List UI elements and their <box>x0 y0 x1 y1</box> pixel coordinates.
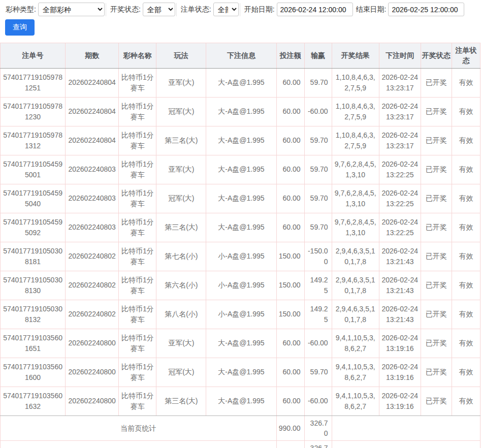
cell-order-id: 5740177191050308181 <box>1 242 66 271</box>
cell-lottery-name: 比特币1分赛车 <box>119 184 156 213</box>
cell-bet-info: 大-A盘@1.995 <box>206 126 276 155</box>
order-status-select[interactable]: 全部 <box>213 3 239 16</box>
cell-bet-amount: 60.00 <box>276 126 304 155</box>
summary-bet-amount: 990.00 <box>276 415 304 441</box>
filter-lottery-type: 彩种类型: 全部彩种 <box>3 3 105 16</box>
cell-draw-status: 已开奖 <box>421 300 452 329</box>
cell-play-type: 冠军(大) <box>156 184 206 213</box>
cell-order-status: 有效 <box>452 213 480 242</box>
table-row: 5740177191035601600202602240800比特币1分赛车冠军… <box>1 358 480 387</box>
col-header-order-status: 注单状态 <box>452 43 480 69</box>
cell-order-id: 5740177191035601632 <box>1 387 66 415</box>
summary-empty <box>332 441 480 448</box>
cell-order-id: 5740177191059781312 <box>1 126 66 155</box>
cell-bet-time: 2026-02-24 13:21:43 <box>379 242 421 271</box>
cell-order-status: 有效 <box>452 68 480 97</box>
cell-bet-time: 2026-02-24 13:23:17 <box>379 97 421 126</box>
table-row: 5740177191050308181202602240802比特币1分赛车第七… <box>1 242 480 271</box>
col-header-bet-time: 下注时间 <box>379 43 421 69</box>
cell-bet-amount: 150.00 <box>276 271 304 300</box>
cell-bet-time: 2026-02-24 13:22:25 <box>379 184 421 213</box>
cell-draw-result: 9,7,6,2,8,4,5,1,3,10 <box>332 184 379 213</box>
cell-draw-result: 1,10,8,4,6,3,2,7,5,9 <box>332 97 379 126</box>
cell-lottery-name: 比特币1分赛车 <box>119 358 156 387</box>
cell-draw-result: 1,10,8,4,6,3,2,7,5,9 <box>332 68 379 97</box>
filter-end-date: 结束日期: <box>353 3 465 16</box>
table-row: 5740177191059781312202602240804比特币1分赛车第三… <box>1 126 480 155</box>
cell-draw-status: 已开奖 <box>421 213 452 242</box>
filter-bar: 彩种类型: 全部彩种 开奖状态: 全部 注单状态: 全部 开始日期: 结束日期: <box>0 0 481 16</box>
query-button[interactable]: 查询 <box>5 19 35 36</box>
cell-win-loss: 59.70 <box>304 184 332 213</box>
cell-period: 202602240802 <box>66 300 119 329</box>
summary-win-loss: 326.70 <box>304 415 332 441</box>
cell-bet-info: 大-A盘@1.995 <box>206 68 276 97</box>
cell-period: 202602240803 <box>66 155 119 184</box>
col-header-order-id: 注单号 <box>1 43 66 69</box>
cell-draw-result: 9,7,6,2,8,4,5,1,3,10 <box>332 155 379 184</box>
cell-lottery-name: 比特币1分赛车 <box>119 97 156 126</box>
cell-lottery-name: 比特币1分赛车 <box>119 329 156 358</box>
filter-divider <box>176 3 177 16</box>
cell-bet-amount: 60.00 <box>276 68 304 97</box>
cell-order-id: 5740177191059781251 <box>1 68 66 97</box>
cell-lottery-name: 比特币1分赛车 <box>119 387 156 415</box>
cell-bet-amount: 60.00 <box>276 387 304 415</box>
cell-draw-result: 2,9,4,6,3,5,10,1,7,8 <box>332 300 379 329</box>
cell-order-status: 有效 <box>452 126 480 155</box>
cell-bet-time: 2026-02-24 13:21:43 <box>379 271 421 300</box>
cell-period: 202602240802 <box>66 271 119 300</box>
cell-play-type: 冠军(大) <box>156 358 206 387</box>
summary-empty <box>332 415 480 441</box>
cell-order-id: 5740177191054595040 <box>1 184 66 213</box>
cell-period: 202602240802 <box>66 242 119 271</box>
cell-lottery-name: 比特币1分赛车 <box>119 300 156 329</box>
action-bar: 查询 <box>0 16 481 36</box>
table-header: 注单号 期数 彩种名称 玩法 下注信息 投注额 输赢 开奖结果 下注时间 开奖状… <box>1 43 480 69</box>
cell-bet-time: 2026-02-24 13:22:25 <box>379 155 421 184</box>
table-footer: 当前页统计 990.00 326.70 总统计 990.00 326.70 <box>1 415 480 448</box>
cell-bet-info: 大-A盘@1.995 <box>206 155 276 184</box>
cell-bet-time: 2026-02-24 13:19:16 <box>379 387 421 415</box>
summary-win-loss: 326.70 <box>304 441 332 448</box>
cell-order-id: 5740177191059781230 <box>1 97 66 126</box>
cell-order-id: 5740177191054595001 <box>1 155 66 184</box>
cell-win-loss: 59.70 <box>304 213 332 242</box>
cell-period: 202602240804 <box>66 68 119 97</box>
end-date-input[interactable] <box>388 3 464 16</box>
cell-draw-status: 已开奖 <box>421 387 452 415</box>
cell-draw-result: 9,4,1,10,5,3,8,6,2,7 <box>332 329 379 358</box>
table-row: 5740177191054595092202602240803比特币1分赛车第三… <box>1 213 480 242</box>
cell-draw-status: 已开奖 <box>421 358 452 387</box>
cell-win-loss: 149.25 <box>304 271 332 300</box>
cell-win-loss: -60.00 <box>304 97 332 126</box>
cell-order-status: 有效 <box>452 358 480 387</box>
table-row: 5740177191059781230202602240804比特币1分赛车冠军… <box>1 97 480 126</box>
cell-draw-result: 1,10,8,4,6,3,2,7,5,9 <box>332 126 379 155</box>
cell-order-id: 5740177191050308132 <box>1 300 66 329</box>
cell-win-loss: -60.00 <box>304 329 332 358</box>
cell-lottery-name: 比特币1分赛车 <box>119 155 156 184</box>
cell-period: 202602240804 <box>66 97 119 126</box>
start-date-input[interactable] <box>277 3 353 16</box>
cell-period: 202602240804 <box>66 126 119 155</box>
cell-period: 202602240803 <box>66 213 119 242</box>
cell-draw-status: 已开奖 <box>421 329 452 358</box>
cell-order-id: 5740177191054595092 <box>1 213 66 242</box>
cell-bet-amount: 60.00 <box>276 329 304 358</box>
cell-draw-status: 已开奖 <box>421 271 452 300</box>
table-row: 5740177191035601632202602240800比特币1分赛车第三… <box>1 387 480 415</box>
lottery-type-select[interactable]: 全部彩种 <box>38 3 105 16</box>
cell-period: 202602240800 <box>66 387 119 415</box>
filter-order-status: 注单状态: 全部 <box>178 3 239 16</box>
cell-play-type: 第三名(大) <box>156 126 206 155</box>
draw-status-select[interactable]: 全部 <box>143 3 175 16</box>
cell-bet-info: 小-A盘@1.995 <box>206 242 276 271</box>
cell-bet-time: 2026-02-24 13:23:17 <box>379 68 421 97</box>
cell-lottery-name: 比特币1分赛车 <box>119 242 156 271</box>
cell-play-type: 亚军(大) <box>156 155 206 184</box>
cell-draw-result: 9,4,1,10,5,3,8,6,2,7 <box>332 387 379 415</box>
records-table-wrap: 注单号 期数 彩种名称 玩法 下注信息 投注额 输赢 开奖结果 下注时间 开奖状… <box>0 43 481 448</box>
cell-lottery-name: 比特币1分赛车 <box>119 271 156 300</box>
table-header-row: 注单号 期数 彩种名称 玩法 下注信息 投注额 输赢 开奖结果 下注时间 开奖状… <box>1 43 480 69</box>
